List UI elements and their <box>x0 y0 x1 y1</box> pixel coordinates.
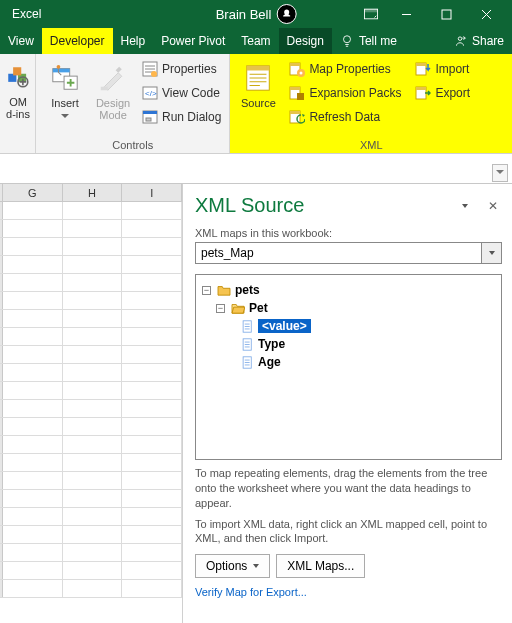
share-label: Share <box>472 34 504 48</box>
insert-control-button[interactable]: Insert <box>41 58 89 114</box>
svg-text:</>: </> <box>145 89 157 98</box>
col-header-g[interactable]: G <box>3 184 63 201</box>
table-row[interactable] <box>0 526 182 544</box>
chevron-down-icon <box>61 109 69 114</box>
group-controls: Insert Design Mode Properties </> View C… <box>36 54 230 153</box>
map-properties-icon <box>289 61 305 77</box>
table-row[interactable] <box>0 562 182 580</box>
pane-title: XML Source <box>195 194 446 217</box>
table-row[interactable] <box>0 418 182 436</box>
ribbon-tabs: View Developer Help Power Pivot Team Des… <box>0 28 512 54</box>
tab-power-pivot[interactable]: Power Pivot <box>153 28 233 54</box>
verify-map-link[interactable]: Verify Map for Export... <box>195 586 502 598</box>
svg-rect-39 <box>297 93 304 100</box>
svg-rect-38 <box>290 87 300 90</box>
hint-import: To import XML data, right click an XML m… <box>195 517 502 547</box>
xml-maps-button[interactable]: XML Maps... <box>276 554 365 578</box>
maximize-button[interactable] <box>426 0 466 28</box>
view-code-button[interactable]: </> View Code <box>139 82 224 104</box>
svg-rect-28 <box>247 66 270 71</box>
options-button[interactable]: Options <box>195 554 270 578</box>
col-header-i[interactable]: I <box>122 184 182 201</box>
refresh-data-button[interactable]: Refresh Data <box>286 106 404 128</box>
tree-child[interactable]: − Pet <box>216 299 495 317</box>
table-row[interactable] <box>0 472 182 490</box>
svg-rect-1 <box>364 9 377 12</box>
table-row[interactable] <box>0 400 182 418</box>
maps-select-dropdown[interactable] <box>482 242 502 264</box>
export-button[interactable]: Export <box>412 82 473 104</box>
tree-item-type[interactable]: Type <box>242 335 495 353</box>
worksheet[interactable]: G H I <box>0 184 183 623</box>
ribbon-display-options-icon[interactable] <box>356 8 386 20</box>
table-row[interactable] <box>0 364 182 382</box>
hint-mapping: To map repeating elements, drag the elem… <box>195 466 502 511</box>
svg-rect-25 <box>143 111 157 114</box>
table-row[interactable] <box>0 328 182 346</box>
tree-root[interactable]: − pets <box>202 281 495 299</box>
table-row[interactable] <box>0 256 182 274</box>
pane-close-icon[interactable]: ✕ <box>484 197 502 215</box>
com-addins-button[interactable]: OM d-ins <box>2 57 34 120</box>
table-row[interactable] <box>0 382 182 400</box>
tab-design[interactable]: Design <box>279 28 332 54</box>
table-row[interactable] <box>0 202 182 220</box>
refresh-icon <box>289 109 305 125</box>
minimize-button[interactable] <box>386 0 426 28</box>
svg-rect-13 <box>53 69 70 73</box>
user-avatar-icon[interactable] <box>276 4 296 24</box>
share-button[interactable]: Share <box>445 28 512 54</box>
table-row[interactable] <box>0 346 182 364</box>
tree-item-value[interactable]: <value> <box>242 317 495 335</box>
tab-view[interactable]: View <box>0 28 42 54</box>
maps-select[interactable] <box>195 242 482 264</box>
svg-point-21 <box>151 71 157 77</box>
table-row[interactable] <box>0 436 182 454</box>
svg-rect-41 <box>290 111 300 114</box>
title-center: Brain Bell <box>216 4 297 24</box>
close-button[interactable] <box>466 0 506 28</box>
expansion-packs-button[interactable]: Expansion Packs <box>286 82 404 104</box>
tab-developer[interactable]: Developer <box>42 28 113 54</box>
xml-source-pane: XML Source ✕ XML maps in this workbook: … <box>183 184 512 623</box>
table-row[interactable] <box>0 238 182 256</box>
collapse-icon[interactable]: − <box>216 304 225 313</box>
insert-control-icon <box>50 63 80 93</box>
controls-group-label: Controls <box>36 139 229 153</box>
pane-options-dropdown[interactable] <box>456 197 474 215</box>
folder-icon <box>217 284 231 296</box>
table-row[interactable] <box>0 310 182 328</box>
properties-icon <box>142 61 158 77</box>
app-name: Excel <box>12 7 41 21</box>
map-properties-button[interactable]: Map Properties <box>286 58 404 80</box>
tree-item-age[interactable]: Age <box>242 353 495 371</box>
xml-source-button[interactable]: Source <box>234 58 282 109</box>
table-row[interactable] <box>0 490 182 508</box>
import-button[interactable]: Import <box>412 58 473 80</box>
svg-rect-10 <box>13 67 21 75</box>
formula-bar[interactable] <box>0 162 512 184</box>
table-row[interactable] <box>0 454 182 472</box>
run-dialog-button[interactable]: Run Dialog <box>139 106 224 128</box>
col-header-h[interactable]: H <box>63 184 123 201</box>
username: Brain Bell <box>216 7 272 22</box>
table-row[interactable] <box>0 508 182 526</box>
xml-tree[interactable]: − pets − Pet <value> Type Age <box>195 274 502 460</box>
column-headers[interactable]: G H I <box>0 184 182 202</box>
collapse-icon[interactable]: − <box>202 286 211 295</box>
table-row[interactable] <box>0 580 182 598</box>
formula-bar-expand[interactable] <box>492 164 508 182</box>
tab-team[interactable]: Team <box>233 28 278 54</box>
properties-button[interactable]: Properties <box>139 58 224 80</box>
chevron-down-icon <box>253 564 259 568</box>
tab-help[interactable]: Help <box>113 28 154 54</box>
design-mode-button[interactable]: Design Mode <box>89 58 137 121</box>
table-row[interactable] <box>0 274 182 292</box>
svg-rect-43 <box>416 63 426 66</box>
lightbulb-icon <box>340 34 354 48</box>
table-row[interactable] <box>0 292 182 310</box>
table-row[interactable] <box>0 220 182 238</box>
table-row[interactable] <box>0 544 182 562</box>
tellme[interactable]: Tell me <box>332 28 405 54</box>
work-area: G H I XML Source ✕ XML maps in this work… <box>0 184 512 623</box>
